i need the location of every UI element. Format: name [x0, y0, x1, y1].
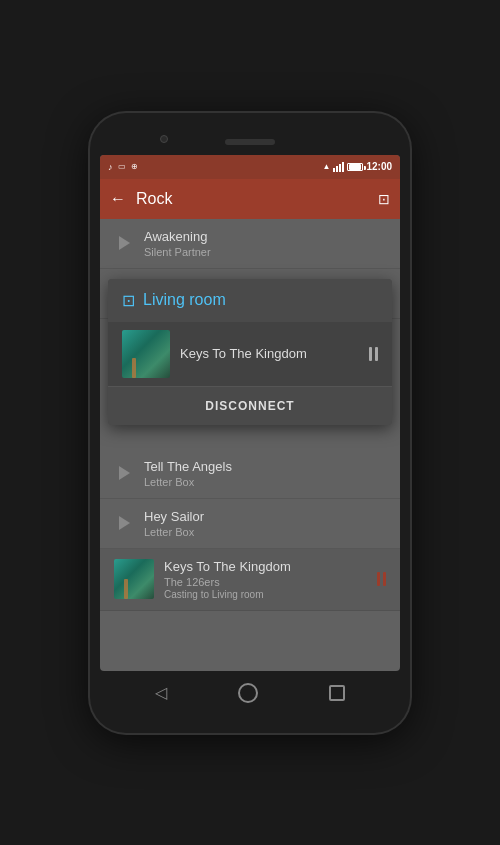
toolbar-title: Rock	[136, 190, 378, 208]
track-title: Keys To The Kingdom	[164, 559, 377, 574]
home-nav-button[interactable]	[238, 683, 258, 703]
track-casting-label: Casting to Living room	[164, 589, 377, 600]
play-indicator	[114, 466, 134, 480]
play-triangle-icon	[119, 516, 130, 530]
status-right-icons: ▲ 12:00	[323, 161, 393, 172]
play-indicator	[114, 516, 134, 530]
cast-track-info: Keys To The Kingdom	[180, 346, 369, 361]
phone-top-bar	[100, 131, 400, 155]
track-title: Awakening	[144, 229, 386, 244]
play-triangle-icon	[119, 236, 130, 250]
status-time: 12:00	[366, 161, 392, 172]
cast-now-playing: Keys To The Kingdom	[108, 322, 392, 386]
track-artist: Letter Box	[144, 526, 386, 538]
track-thumbnail	[114, 559, 154, 599]
music-icon: ♪	[108, 162, 113, 172]
track-item[interactable]: Awakening Silent Partner	[100, 219, 400, 269]
track-item[interactable]: Tell The Angels Letter Box	[100, 449, 400, 499]
track-list: Awakening Silent Partner Wish You'd Come…	[100, 219, 400, 671]
pause-button[interactable]	[377, 572, 386, 586]
track-title: Tell The Angels	[144, 459, 386, 474]
phone-screen: ♪ ▭ ⊕ ▲ 12:00 ← Rock ⊡	[100, 155, 400, 671]
cast-dialog-icon: ⊡	[122, 291, 135, 310]
cast-icon-button[interactable]: ⊡	[378, 191, 390, 207]
status-left-icons: ♪ ▭ ⊕	[108, 162, 138, 172]
android-icon: ⊕	[131, 162, 138, 171]
phone-device: ♪ ▭ ⊕ ▲ 12:00 ← Rock ⊡	[90, 113, 410, 733]
track-artist: The 126ers	[164, 576, 377, 588]
track-artist: Silent Partner	[144, 246, 386, 258]
recents-nav-button[interactable]	[329, 685, 345, 701]
track-artist: Letter Box	[144, 476, 386, 488]
pause-bar-left	[377, 572, 380, 586]
screen-icon: ▭	[118, 162, 126, 171]
cast-room-name: Living room	[143, 291, 226, 309]
track-info: Hey Sailor Letter Box	[144, 509, 386, 538]
toolbar: ← Rock ⊡	[100, 179, 400, 219]
track-info: Awakening Silent Partner	[144, 229, 386, 258]
cast-header: ⊡ Living room	[108, 279, 392, 322]
play-triangle-icon	[119, 466, 130, 480]
cast-track-title: Keys To The Kingdom	[180, 346, 369, 361]
phone-camera	[160, 135, 168, 143]
signal-icon	[333, 162, 344, 172]
wifi-icon: ▲	[323, 162, 331, 171]
track-title: Hey Sailor	[144, 509, 386, 524]
pause-bar-right	[383, 572, 386, 586]
phone-speaker	[225, 139, 275, 145]
pause-bar-left	[369, 347, 372, 361]
play-indicator	[114, 236, 134, 250]
status-bar: ♪ ▭ ⊕ ▲ 12:00	[100, 155, 400, 179]
track-info: Tell The Angels Letter Box	[144, 459, 386, 488]
track-item-playing[interactable]: Keys To The Kingdom The 126ers Casting t…	[100, 549, 400, 611]
track-info: Keys To The Kingdom The 126ers Casting t…	[164, 559, 377, 600]
track-album-art	[114, 559, 154, 599]
cast-thumbnail	[122, 330, 170, 378]
track-album-art	[122, 330, 170, 378]
cast-pause-button[interactable]	[369, 347, 378, 361]
pause-bar-right	[375, 347, 378, 361]
battery-icon	[347, 163, 363, 171]
cast-dialog: ⊡ Living room Keys To The Kingdom DISC	[108, 279, 392, 425]
back-button[interactable]: ←	[110, 190, 126, 208]
nav-bar: ◁	[100, 671, 400, 715]
track-item[interactable]: Hey Sailor Letter Box	[100, 499, 400, 549]
back-nav-button[interactable]: ◁	[155, 683, 167, 702]
disconnect-button[interactable]: DISCONNECT	[108, 386, 392, 425]
